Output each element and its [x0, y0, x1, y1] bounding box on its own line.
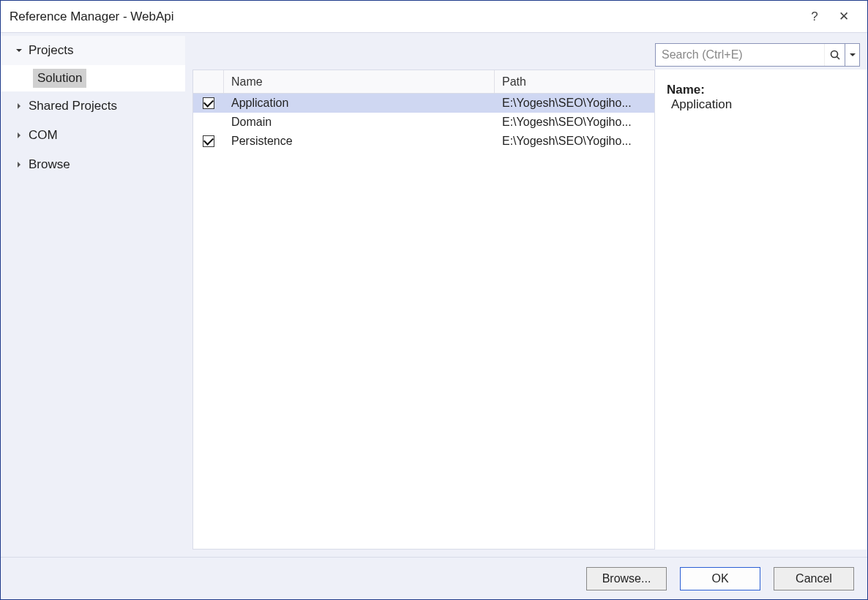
table-row[interactable]: Application E:\Yogesh\SEO\Yogiho...: [193, 94, 654, 113]
window-title: Reference Manager - WebApi: [10, 10, 800, 24]
cancel-button[interactable]: Cancel: [774, 567, 854, 590]
sidebar-item-com[interactable]: COM: [1, 121, 185, 150]
chevron-right-icon: [14, 160, 24, 170]
svg-line-1: [837, 57, 839, 60]
row-checkbox-cell: [193, 97, 224, 109]
detail-name-value: Application: [671, 97, 732, 111]
table-row[interactable]: Persistence E:\Yogesh\SEO\Yogiho...: [193, 132, 654, 151]
sidebar-item-label: Browse: [29, 157, 70, 172]
list-header: Name Path: [193, 70, 654, 94]
reference-manager-window: Reference Manager - WebApi ? ✕ Projects …: [0, 0, 868, 600]
browse-button[interactable]: Browse...: [586, 567, 667, 590]
detail-name-label: Name:: [667, 83, 705, 97]
row-checkbox-cell: [193, 135, 224, 147]
titlebar: Reference Manager - WebApi ? ✕: [1, 1, 867, 33]
sidebar-item-label: COM: [29, 128, 58, 143]
list-body: Application E:\Yogesh\SEO\Yogiho... Doma…: [193, 94, 654, 549]
help-button[interactable]: ?: [800, 10, 829, 24]
table-row[interactable]: Domain E:\Yogesh\SEO\Yogiho...: [193, 113, 654, 132]
center-pane: Name Path Application E:\Yogesh\SEO\Yogi…: [185, 33, 867, 557]
content-row: Name Path Application E:\Yogesh\SEO\Yogi…: [192, 70, 867, 550]
project-list: Name Path Application E:\Yogesh\SEO\Yogi…: [192, 70, 655, 550]
detail-panel: Name: Application: [655, 70, 867, 550]
ok-button[interactable]: OK: [680, 567, 760, 590]
row-name: Persistence: [224, 135, 495, 148]
sidebar-subitem-solution[interactable]: Solution: [1, 65, 185, 91]
column-checkbox: [193, 70, 224, 93]
chevron-right-icon: [14, 101, 24, 111]
row-path: E:\Yogesh\SEO\Yogiho...: [495, 135, 654, 148]
svg-point-0: [831, 51, 837, 58]
search-row: [192, 40, 867, 70]
checkbox-icon[interactable]: [203, 97, 214, 109]
sidebar-item-browse[interactable]: Browse: [1, 150, 185, 179]
column-path[interactable]: Path: [495, 70, 654, 93]
sidebar-item-shared-projects[interactable]: Shared Projects: [1, 91, 185, 121]
sidebar-item-label: Shared Projects: [29, 99, 117, 113]
sidebar-subitem-label: Solution: [33, 69, 86, 88]
checkbox-icon[interactable]: [203, 135, 214, 147]
row-path: E:\Yogesh\SEO\Yogiho...: [495, 116, 654, 129]
column-name[interactable]: Name: [224, 70, 495, 93]
footer: Browse... OK Cancel: [1, 557, 867, 599]
close-button[interactable]: ✕: [829, 9, 858, 24]
sidebar: Projects Solution Shared Projects COM: [1, 33, 185, 557]
row-name: Domain: [224, 116, 495, 129]
search-box: [655, 43, 845, 67]
sidebar-item-label: Projects: [29, 43, 73, 58]
row-path: E:\Yogesh\SEO\Yogiho...: [495, 97, 654, 110]
dialog-body: Projects Solution Shared Projects COM: [1, 33, 867, 557]
row-name: Application: [224, 97, 495, 110]
search-options-dropdown[interactable]: [845, 43, 860, 67]
chevron-down-icon: [14, 45, 24, 56]
search-icon[interactable]: [824, 44, 845, 66]
search-input[interactable]: [656, 48, 824, 61]
sidebar-item-projects[interactable]: Projects: [1, 36, 185, 65]
chevron-right-icon: [14, 130, 24, 140]
